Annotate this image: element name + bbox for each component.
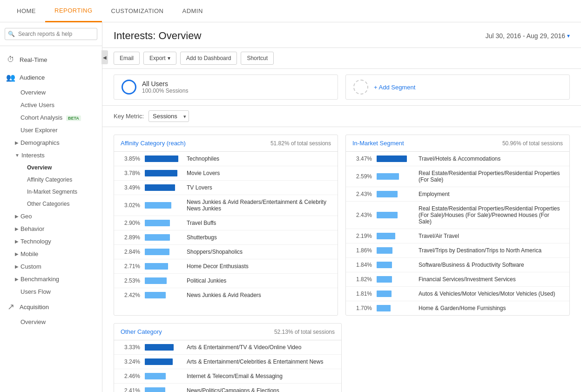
table-row: 2.43% Employment <box>346 187 569 202</box>
row-label: Travel/Trips by Destination/Trips to Nor… <box>419 247 563 254</box>
search-icon: 🔍 <box>8 31 15 37</box>
bar <box>377 212 398 218</box>
row-percent: 3.02% <box>121 202 140 209</box>
sidebar-item-active-users[interactable]: Active Users <box>0 99 102 111</box>
row-percent: 2.59% <box>352 173 372 180</box>
row-percent: 3.49% <box>121 184 140 191</box>
add-segment-box[interactable]: + Add Segment <box>345 74 570 100</box>
bar-wrap <box>145 263 182 270</box>
bar-wrap <box>145 373 182 379</box>
row-percent: 2.71% <box>121 263 140 270</box>
toolbar: Email Export ▾ Add to Dashboard Shortcut <box>102 48 581 69</box>
all-users-segment[interactable]: All Users 100.00% Sessions <box>114 74 338 100</box>
bar-wrap <box>377 291 414 297</box>
sidebar-item-geo[interactable]: ▶ Geo <box>0 210 102 223</box>
affinity-panel-header: Affinity Category (reach) 51.82% of tota… <box>114 135 338 152</box>
content-header: Interests: Overview Jul 30, 2016 - Aug 2… <box>102 22 581 48</box>
bar-wrap <box>377 276 414 283</box>
sidebar-item-in-market-segments[interactable]: In-Market Segments <box>0 186 102 198</box>
sidebar-item-cohort-analysis[interactable]: Cohort Analysis BETA <box>0 111 102 124</box>
row-percent: 3.78% <box>121 170 140 176</box>
other-category-rows: 3.33% Arts & Entertainment/TV & Video/On… <box>114 340 341 392</box>
sidebar-item-technology[interactable]: ▶ Technology <box>0 235 102 248</box>
row-percent: 2.42% <box>121 292 140 298</box>
table-row: 3.78% Movie Lovers <box>114 166 338 181</box>
bar-wrap <box>145 358 182 365</box>
sidebar-item-interests[interactable]: ▼ Interests <box>0 149 102 162</box>
row-label: Shoppers/Shopaholics <box>187 249 331 255</box>
bar <box>145 358 173 365</box>
sidebar-item-behavior[interactable]: ▶ Behavior <box>0 223 102 235</box>
sidebar-item-audience[interactable]: 👥 Audience <box>0 68 102 86</box>
date-range-picker[interactable]: Jul 30, 2016 - Aug 29, 2016 ▾ <box>486 32 570 40</box>
table-row: 2.53% Political Junkies <box>114 274 338 288</box>
sidebar-item-benchmarking[interactable]: ▶ Benchmarking <box>0 273 102 285</box>
row-percent: 2.43% <box>352 212 372 218</box>
bar-wrap <box>377 233 414 239</box>
nav-customization[interactable]: CUSTOMIZATION <box>102 0 173 22</box>
sidebar-item-affinity-categories[interactable]: Affinity Categories <box>0 174 102 186</box>
sidebar-item-user-explorer[interactable]: User Explorer <box>0 124 102 136</box>
inmarket-panel-header: In-Market Segment 50.96% of total sessio… <box>346 135 569 152</box>
bar <box>377 305 391 311</box>
row-percent: 2.19% <box>352 233 372 239</box>
table-row: 2.41% News/Politics/Campaigns & Election… <box>114 384 341 392</box>
row-label: Shutterbugs <box>187 234 331 241</box>
app-layout: ◀ 🔍 ⏱ Real-Time 👥 Audience Overview Acti… <box>0 22 581 392</box>
table-row: 3.24% Arts & Entertainment/Celebrities &… <box>114 355 341 369</box>
shortcut-button[interactable]: Shortcut <box>241 52 274 65</box>
affinity-panel-title: Affinity Category (reach) <box>121 140 186 147</box>
search-input[interactable] <box>5 28 97 40</box>
sidebar-item-acquisition-overview[interactable]: Overview <box>0 316 102 328</box>
metric-select[interactable]: Sessions <box>149 110 189 122</box>
table-row: 2.71% Home Decor Enthusiasts <box>114 259 338 274</box>
other-category-panel-title: Other Category <box>121 328 162 335</box>
bar <box>145 170 177 176</box>
add-segment-label[interactable]: + Add Segment <box>374 84 415 91</box>
table-row: 1.86% Travel/Trips by Destination/Trips … <box>346 243 569 258</box>
nav-reporting[interactable]: REPORTING <box>45 0 102 22</box>
row-label: Financial Services/Investment Services <box>419 276 563 283</box>
sidebar-item-interests-overview[interactable]: Overview <box>0 162 102 174</box>
row-label: Home & Garden/Home Furnishings <box>419 305 563 311</box>
inmarket-panel: In-Market Segment 50.96% of total sessio… <box>345 135 570 316</box>
export-button[interactable]: Export ▾ <box>143 52 176 65</box>
data-panels-row: Affinity Category (reach) 51.82% of tota… <box>102 127 581 323</box>
bar <box>145 263 168 270</box>
row-percent: 2.90% <box>121 220 140 226</box>
bottom-panel: Other Category 52.13% of total sessions … <box>102 323 581 392</box>
sidebar-item-custom[interactable]: ▶ Custom <box>0 260 102 273</box>
sidebar-item-other-categories[interactable]: Other Categories <box>0 198 102 210</box>
affinity-panel-stat: 51.82% of total sessions <box>270 140 331 147</box>
bar-wrap <box>145 277 182 284</box>
affinity-panel: Affinity Category (reach) 51.82% of tota… <box>114 135 338 316</box>
bar <box>377 173 399 180</box>
sidebar-main-sections: ⏱ Real-Time 👥 Audience Overview Active U… <box>0 46 102 333</box>
row-label: Home Decor Enthusiasts <box>187 263 331 270</box>
bar <box>145 292 166 298</box>
sidebar-toggle[interactable]: ◀ <box>101 50 108 64</box>
email-button[interactable]: Email <box>114 52 140 65</box>
sidebar-item-acquisition[interactable]: ↗ Acquisition <box>0 298 102 316</box>
bar-wrap <box>145 184 182 191</box>
sidebar-item-users-flow[interactable]: Users Flow <box>0 285 102 298</box>
bar-wrap <box>377 191 414 197</box>
row-label: Technophiles <box>187 155 331 162</box>
bar <box>377 276 392 283</box>
sidebar-item-mobile[interactable]: ▶ Mobile <box>0 248 102 260</box>
row-label: Autos & Vehicles/Motor Vehicles/Motor Ve… <box>419 291 563 297</box>
beta-badge: BETA <box>66 115 81 121</box>
metric-select-wrap[interactable]: Sessions <box>149 110 189 122</box>
sidebar-item-demographics[interactable]: ▶ Demographics <box>0 136 102 149</box>
row-label: Real Estate/Residential Properties/Resid… <box>419 205 563 225</box>
add-to-dashboard-button[interactable]: Add to Dashboard <box>180 52 237 65</box>
sidebar: 🔍 ⏱ Real-Time 👥 Audience Overview Active… <box>0 22 102 392</box>
nav-home[interactable]: HOME <box>7 0 45 22</box>
sidebar-item-overview[interactable]: Overview <box>0 86 102 99</box>
row-percent: 1.70% <box>352 305 372 311</box>
bar-wrap <box>377 155 414 162</box>
row-percent: 3.47% <box>352 155 372 162</box>
nav-admin[interactable]: ADMIN <box>173 0 212 22</box>
key-metric-row: Key Metric: Sessions <box>102 106 581 127</box>
sidebar-item-realtime[interactable]: ⏱ Real-Time <box>0 51 102 68</box>
